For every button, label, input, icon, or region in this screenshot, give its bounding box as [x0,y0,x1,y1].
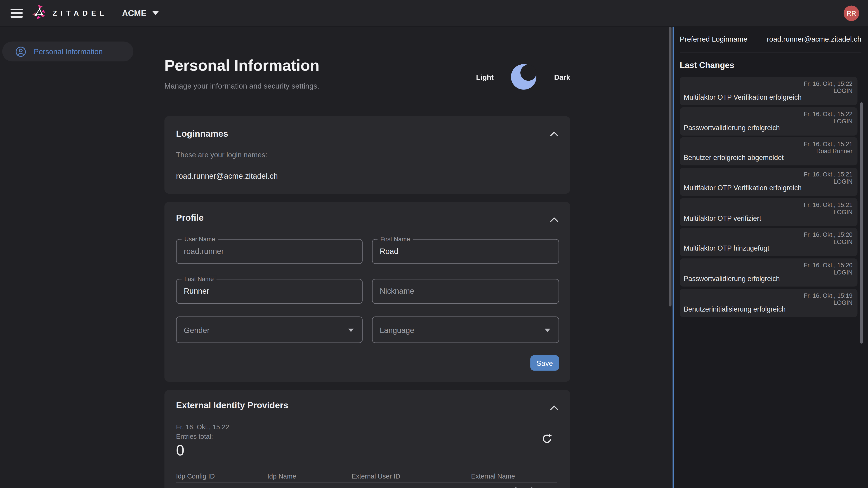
language-select[interactable]: Language [372,317,559,343]
right-panel: Preferred Loginname road.runner@acme.zit… [673,27,868,488]
change-date: Fr. 16. Okt., 15:20 [804,262,852,268]
topbar: ZITADEL ACME RR [0,0,868,27]
theme-toggle: Light Dark [476,63,570,91]
change-date: Fr. 16. Okt., 15:22 [804,110,852,117]
main-scrollbar [669,27,671,488]
change-date: Fr. 16. Okt., 15:21 [804,201,852,208]
preferred-loginname-value: road.runner@acme.zitadel.ch [767,35,861,43]
change-entry[interactable]: Fr. 16. Okt., 15:21 LOGIN Multifaktor OT… [680,168,857,196]
chevron-down-icon [152,11,158,15]
change-event: Benutzerinitialisierung erfolgreich [684,305,785,313]
idp-entries-total: 0 [176,442,559,459]
change-entry[interactable]: Fr. 16. Okt., 15:21 LOGIN Multifaktor OT… [680,198,857,226]
change-actor: LOGIN [834,88,852,94]
loginname-value: road.runner@acme.zitadel.ch [176,171,559,180]
change-event: Multifaktor OTP Verifikation erfolgreich [684,94,802,101]
idp-entries-total-label: Entries total: [176,433,559,440]
last-changes-list: Fr. 16. Okt., 15:22 LOGIN Multifaktor OT… [680,77,857,319]
profile-card: Profile User Name road.runner First Name… [164,202,570,382]
loginnames-title: Loginnames [176,129,559,139]
change-date: Fr. 16. Okt., 15:22 [804,80,852,87]
change-entry[interactable]: Fr. 16. Okt., 15:22 LOGIN Multifaktor OT… [680,77,857,105]
preferred-loginname-row: Preferred Loginname road.runner@acme.zit… [680,35,861,43]
change-date: Fr. 16. Okt., 15:20 [804,232,852,238]
chevron-up-icon[interactable] [550,403,558,412]
profile-title: Profile [176,213,559,223]
user-name-field: User Name road.runner [176,239,363,264]
external-idp-title: External Identity Providers [176,400,559,411]
preferred-loginname-label: Preferred Loginname [680,35,747,43]
theme-light-label: Light [476,73,494,81]
paginator-range: 0 of 0 [480,487,497,488]
loginnames-card: Loginnames These are your login names: r… [164,116,570,194]
change-entry[interactable]: Fr. 16. Okt., 15:20 LOGIN Multifaktor OT… [680,228,857,256]
chevron-down-icon [545,329,550,332]
org-switcher[interactable]: ACME [122,8,159,18]
change-entry[interactable]: Fr. 16. Okt., 15:22 LOGIN Passwortvalidi… [680,107,857,135]
chevron-left-icon[interactable] [512,487,517,488]
sidebar-item-label: Personal Information [34,47,103,56]
last-changes-title: Last Changes [680,60,868,70]
profile-form: User Name road.runner First Name Road La… [176,239,559,371]
dark-mode-moon-icon[interactable] [510,63,538,91]
brand-logo[interactable]: ZITADEL [31,4,107,22]
items-per-page-label: Items per page [396,487,440,488]
chevron-right-icon[interactable] [530,487,536,488]
change-event: Multifaktor OTP Verifikation erfolgreich [684,184,802,192]
change-event: Multifaktor OTP verifiziert [684,215,761,222]
person-icon [16,46,26,57]
panel-scrollbar-thumb[interactable] [860,102,863,344]
external-idp-card: External Identity Providers Fr. 16. Okt.… [164,390,570,488]
change-actor: LOGIN [834,118,852,124]
change-entry[interactable]: Fr. 16. Okt., 15:21 Road Runner Benutzer… [680,137,857,166]
menu-icon[interactable] [11,8,23,18]
paginator: Items per page 10 0 of 0 [164,486,547,488]
panel-divider [680,53,861,53]
change-actor: Road Runner [816,148,852,155]
refresh-icon[interactable] [541,433,553,446]
main-scrollbar-thumb[interactable] [669,27,671,306]
first-name-field[interactable]: First Name Road [372,239,559,264]
avatar[interactable]: RR [844,5,859,21]
sidebar-item-personal-information[interactable]: Personal Information [2,41,133,61]
last-name-field[interactable]: Last Name Runner [176,279,363,304]
last-name-value: Runner [184,287,209,295]
idp-timestamp: Fr. 16. Okt., 15:22 [176,423,559,431]
save-row: Save [372,355,559,371]
chevron-down-icon [348,329,353,332]
change-actor: LOGIN [834,269,852,275]
page-size-select[interactable]: 10 [439,487,447,488]
zitadel-console: ZITADEL ACME RR Personal Information Per… [0,0,868,488]
user-name-value: road.runner [184,247,224,256]
change-date: Fr. 16. Okt., 15:19 [804,292,852,299]
brand-name: ZITADEL [53,9,107,17]
change-event: Passwortvalidierung erfolgreich [684,275,780,283]
gender-select[interactable]: Gender [176,317,363,343]
change-actor: LOGIN [834,208,852,215]
nickname-field[interactable]: Nickname [372,279,559,304]
change-actor: LOGIN [834,239,852,246]
chevron-up-icon[interactable] [550,215,558,224]
change-actor: LOGIN [834,178,852,185]
chevron-up-icon[interactable] [550,129,558,138]
change-actor: LOGIN [834,299,852,306]
change-entry[interactable]: Fr. 16. Okt., 15:20 LOGIN Passwortvalidi… [680,258,857,287]
change-entry[interactable]: Fr. 16. Okt., 15:19 LOGIN Benutzerinitia… [680,289,857,317]
idp-table-headers: Idp Config ID Idp Name External User ID … [176,473,559,480]
change-event: Benutzer erfolgreich abgemeldet [684,154,783,162]
change-event: Passwortvalidierung erfolgreich [684,124,780,131]
change-event: Multifaktor OTP hinzugefügt [684,245,769,253]
change-date: Fr. 16. Okt., 15:21 [804,171,852,177]
zitadel-logo-icon [31,4,48,22]
main-content: Personal Information Manage your informa… [164,27,570,488]
save-button[interactable]: Save [530,355,559,371]
table-divider [176,482,557,482]
first-name-value: Road [380,247,398,256]
theme-dark-label: Dark [554,73,570,81]
change-date: Fr. 16. Okt., 15:21 [804,141,852,147]
org-name: ACME [122,8,147,18]
loginnames-description: These are your login names: [176,151,559,159]
